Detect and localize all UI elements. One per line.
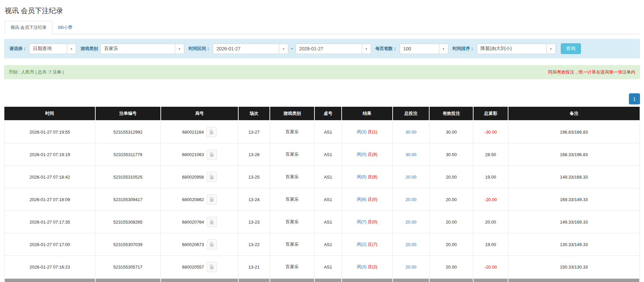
cell-result: 闲(0) 庄(8)	[342, 143, 392, 166]
result-banker: 庄(8)	[368, 174, 378, 179]
notice-text: 同局有效投注，统一计算在该局第一张注单内	[548, 69, 635, 75]
cell-valid-bet: 30.00	[429, 143, 473, 166]
video-replay-button[interactable]	[207, 149, 217, 159]
query-type-select[interactable]: 日期查询 ▾	[29, 44, 76, 54]
game-type-value: 百家乐	[101, 46, 175, 52]
result-player: 闲(2)	[357, 242, 366, 247]
cell-result: 闲(6) 庄(0)	[342, 188, 392, 211]
table-row: 2026-01-27 07:17:35 523155308265 6800207…	[4, 211, 640, 233]
video-replay-button[interactable]	[206, 127, 216, 137]
date-to-select[interactable]: 2026-01-27 ▾	[296, 44, 371, 54]
result-banker: 庄(7)	[368, 242, 378, 247]
cell-total-bet[interactable]: 30.00	[393, 121, 430, 143]
table-row: 2026-01-27 07:18:09 523155309417 6800208…	[4, 188, 640, 211]
col-payout: 总派彩	[473, 107, 508, 121]
page-size-value: 100	[400, 46, 439, 51]
round-id-text: 680021063	[182, 152, 204, 157]
chevron-down-icon: ▾	[362, 44, 371, 54]
col-table-no: 桌号	[314, 107, 342, 121]
cell-bet-id: 523155312992	[95, 121, 161, 143]
round-id-text: 680020557	[182, 265, 204, 270]
cell-time: 2026-01-27 07:16:23	[4, 256, 95, 279]
video-file-icon	[209, 219, 214, 225]
cell-valid-bet: 20.00	[429, 188, 473, 211]
cell-table-no: AS1	[314, 233, 342, 256]
video-replay-button[interactable]	[207, 217, 217, 227]
cell-round-id: 680020557	[161, 256, 238, 279]
search-button[interactable]: 查询	[561, 43, 581, 54]
video-replay-button[interactable]	[207, 172, 217, 182]
result-banker: 庄(1)	[368, 129, 378, 134]
result-player: 闲(3)	[357, 129, 366, 134]
cell-round-id: 680020764	[161, 211, 238, 233]
page-container: 视讯 会员下注纪录 视讯 会员下注纪录 BB小费 请选择： 日期查询 ▾ 游戏类…	[0, 0, 644, 282]
cell-payout: 20.00	[473, 211, 508, 233]
cell-session: 13-22	[238, 233, 270, 256]
chevron-down-icon: ▾	[67, 44, 76, 54]
cell-total-bet[interactable]: 20.00	[393, 188, 430, 211]
cell-bet-id: 523155305717	[95, 256, 161, 279]
cell-payout: -20.00	[473, 256, 508, 279]
video-file-icon	[209, 242, 214, 247]
cell-result: 闲(2) 庄(7)	[342, 233, 392, 256]
tab-bb-tips[interactable]: BB小费	[52, 21, 78, 34]
cell-valid-bet: 20.00	[429, 211, 473, 233]
cell-session: 13-25	[238, 166, 270, 188]
table-row: 2026-01-27 07:17:00 523155307039 6800206…	[4, 233, 640, 256]
sum-label: 小计	[4, 278, 95, 282]
cell-game-type: 百家乐	[270, 256, 314, 279]
cell-session: 13-26	[238, 143, 270, 166]
cell-round-id: 680020862	[161, 188, 238, 211]
result-player: 闲(6)	[357, 197, 366, 202]
sum-empty-cell	[270, 278, 314, 282]
cell-session: 13-23	[238, 211, 270, 233]
cell-round-id: 680020673	[161, 233, 238, 256]
page-size-select[interactable]: 100 ▾	[400, 44, 448, 54]
tab-betting-records[interactable]: 视讯 会员下注纪录	[5, 21, 52, 34]
time-sort-select[interactable]: 降冪(由大到小) ▾	[477, 44, 556, 54]
cell-remark: 196.83/166.83	[508, 121, 640, 143]
cell-game-type: 百家乐	[270, 188, 314, 211]
cell-payout: -30.00	[473, 121, 508, 143]
cell-time: 2026-01-27 07:18:09	[4, 188, 95, 211]
cell-round-id: 680020956	[161, 166, 238, 188]
sum-valid-bet: 160.00	[429, 278, 473, 282]
table-body: 2026-01-27 07:19:55 523155312992 6800211…	[4, 121, 640, 282]
video-replay-button[interactable]	[207, 262, 217, 272]
result-player: 闲(7)	[357, 219, 366, 224]
cell-bet-id: 523155310525	[95, 166, 161, 188]
cell-remark: 130.33/149.33	[508, 233, 640, 256]
cell-total-bet[interactable]: 20.00	[393, 256, 430, 279]
round-id-text: 680021164	[182, 130, 204, 135]
date-from-select[interactable]: 2026-01-27 ▾	[213, 44, 288, 54]
sum-empty-cell	[508, 278, 640, 282]
video-replay-button[interactable]	[207, 239, 217, 249]
cell-game-type: 百家乐	[270, 233, 314, 256]
sum-payout: 16.50	[473, 278, 508, 282]
cell-total-bet[interactable]: 20.00	[393, 166, 430, 188]
game-type-select[interactable]: 百家乐 ▾	[100, 44, 184, 54]
page-1-button[interactable]: 1	[629, 93, 640, 104]
cell-total-bet[interactable]: 20.00	[393, 211, 430, 233]
cell-time: 2026-01-27 07:19:19	[4, 143, 95, 166]
cell-total-bet[interactable]: 30.00	[393, 143, 430, 166]
cell-total-bet[interactable]: 20.00	[393, 233, 430, 256]
cell-result: 闲(3) 庄(1)	[342, 121, 392, 143]
col-valid-bet: 有效投注	[429, 107, 473, 121]
cell-table-no: AS1	[314, 256, 342, 279]
cell-result: 闲(3) 庄(2)	[342, 256, 392, 279]
result-player: 闲(0)	[357, 152, 366, 157]
query-type-value: 日期查询	[30, 46, 67, 52]
cell-payout: 19.00	[473, 166, 508, 188]
cell-table-no: AS1	[314, 143, 342, 166]
chevron-down-icon: ▾	[546, 44, 555, 54]
table-row: 2026-01-27 07:19:55 523155312992 6800211…	[4, 121, 640, 143]
result-player: 闲(3)	[357, 264, 366, 269]
video-replay-button[interactable]	[207, 194, 217, 204]
video-file-icon	[209, 174, 214, 180]
table-header: 时间 注单编号 局号 场次 游戏类别 桌号 结果 总投注 有效投注 总派彩 备注	[4, 107, 640, 121]
video-file-icon	[209, 129, 214, 135]
cell-bet-id: 523155308265	[95, 211, 161, 233]
currency-total-text: 币别 : 人民币 | 总共 :7 注单 |	[9, 69, 64, 75]
game-type-label: 游戏类别	[81, 46, 98, 52]
